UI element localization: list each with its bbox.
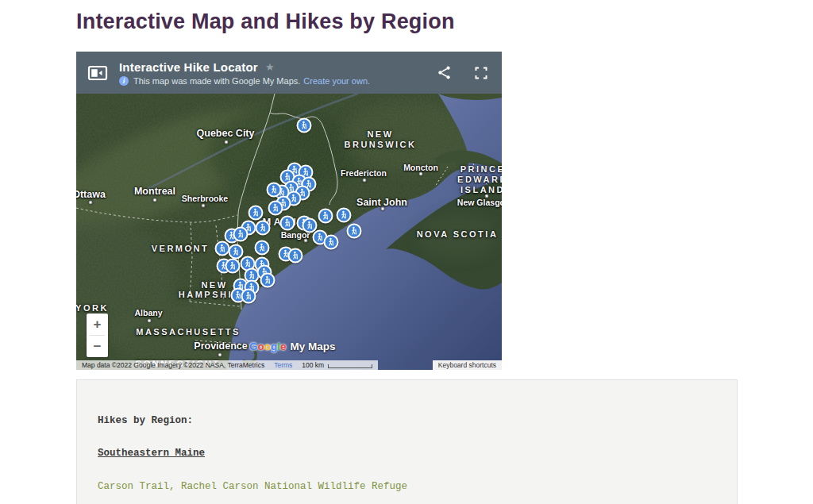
- hikes-by-region-panel: Hikes by Region: Southeastern Maine Cars…: [76, 379, 738, 504]
- hike-marker[interactable]: [302, 218, 318, 233]
- map-title: Interactive Hike Locator: [119, 60, 258, 74]
- hiker-icon: [263, 275, 273, 286]
- map-attribution: Map data ©2022 Google Imagery ©2022 NASA…: [76, 360, 378, 370]
- hiker-icon: [271, 203, 281, 214]
- hike-marker[interactable]: [268, 201, 283, 216]
- hike-marker[interactable]: [288, 248, 303, 264]
- hiker-icon: [258, 223, 268, 233]
- hike-marker[interactable]: [249, 206, 264, 221]
- info-icon: i: [119, 76, 129, 86]
- hike-marker[interactable]: [255, 240, 270, 256]
- hiker-icon: [228, 261, 238, 271]
- hiker-icon: [299, 121, 310, 131]
- zoom-in-button[interactable]: +: [87, 314, 108, 335]
- hiker-icon: [231, 247, 241, 257]
- hiker-icon: [244, 291, 254, 302]
- hike-markers-layer: [76, 94, 502, 370]
- map-header: Interactive Hike Locator ★ i This map wa…: [76, 52, 502, 94]
- hike-marker[interactable]: [225, 259, 241, 274]
- google-logo: Google: [249, 340, 287, 352]
- fullscreen-icon[interactable]: [475, 67, 487, 79]
- hikes-heading: Hikes by Region:: [98, 415, 716, 426]
- scale-label: 100 km: [302, 361, 324, 369]
- terms-link[interactable]: Terms: [274, 361, 292, 369]
- map-scale: 100 km: [302, 361, 372, 369]
- hike-marker[interactable]: [256, 221, 271, 236]
- google-my-maps-embed: Interactive Hike Locator ★ i This map wa…: [76, 52, 502, 370]
- hike-marker[interactable]: [241, 289, 256, 304]
- map-info-text: This map was made with Google My Maps.: [133, 76, 300, 86]
- star-icon[interactable]: ★: [265, 61, 275, 73]
- hike-marker[interactable]: [337, 208, 352, 223]
- hike-marker[interactable]: [324, 235, 339, 250]
- side-panel-toggle-icon[interactable]: [87, 64, 108, 82]
- hiker-icon: [251, 208, 261, 218]
- hike-marker[interactable]: [280, 216, 295, 231]
- zoom-control: + −: [87, 314, 108, 357]
- attribution-text: Map data ©2022 Google Imagery ©2022 NASA…: [82, 361, 264, 369]
- hiker-icon: [283, 218, 293, 229]
- page-title: Interactive Map and Hikes by Region: [76, 10, 455, 34]
- hiker-icon: [269, 185, 279, 195]
- hiker-icon: [339, 210, 349, 221]
- hike-marker[interactable]: [233, 227, 249, 242]
- zoom-out-button[interactable]: −: [87, 336, 108, 357]
- map-canvas[interactable]: NEWBRUNSWICKPRINCEEDWARDISLANDNOVA SCOTI…: [76, 94, 502, 370]
- hiker-icon: [305, 221, 315, 231]
- share-icon[interactable]: [437, 65, 451, 80]
- hike-marker[interactable]: [347, 224, 362, 239]
- create-your-own-link[interactable]: Create your own.: [303, 76, 370, 86]
- google-my-maps-watermark[interactable]: GoogleMy Maps: [249, 340, 336, 352]
- keyboard-shortcuts-button[interactable]: Keyboard shortcuts: [433, 360, 502, 370]
- region-heading: Southeastern Maine: [98, 448, 716, 459]
- hiker-icon: [326, 237, 337, 248]
- trail-link[interactable]: Carson Trail, Rachel Carson National Wil…: [98, 481, 716, 492]
- scale-bar: [328, 364, 372, 368]
- hiker-icon: [349, 226, 360, 237]
- hike-marker[interactable]: [215, 241, 230, 256]
- hike-marker[interactable]: [267, 183, 282, 198]
- hiker-icon: [321, 211, 331, 221]
- hike-marker[interactable]: [318, 209, 333, 224]
- hiker-icon: [291, 251, 301, 261]
- hiker-icon: [236, 229, 246, 240]
- hike-marker[interactable]: [229, 244, 244, 260]
- hike-marker[interactable]: [297, 118, 312, 133]
- hiker-icon: [218, 244, 228, 254]
- hiker-icon: [257, 243, 268, 253]
- hike-marker[interactable]: [260, 273, 275, 288]
- my-maps-label: My Maps: [291, 340, 336, 352]
